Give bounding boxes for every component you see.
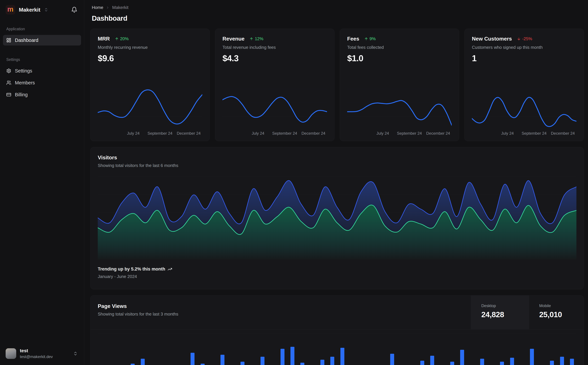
sidebar-item-billing[interactable]: Billing	[3, 89, 81, 100]
sparkline-chart	[222, 87, 327, 130]
data-line	[222, 97, 327, 122]
tab-mobile[interactable]: Mobile 25,010	[529, 295, 584, 329]
bar	[191, 353, 194, 365]
stat-description: Customers who signed up this month	[472, 45, 576, 50]
bar	[330, 357, 334, 365]
tab-mobile-value: 25,010	[539, 310, 584, 319]
avatar	[6, 348, 16, 359]
arrow-up-icon	[115, 37, 119, 41]
bar	[510, 358, 514, 365]
sparkline-wrap: July 24September 24December 24	[222, 87, 327, 137]
logo-m: m	[7, 6, 14, 13]
stat-description: Total fees collected	[347, 45, 452, 50]
sidebar-item-settings[interactable]: Settings	[3, 65, 81, 76]
x-axis-label: July 24	[376, 131, 389, 136]
bar	[430, 356, 434, 365]
x-axis-label: July 24	[252, 131, 264, 136]
page-views-title: Page Views	[98, 303, 463, 309]
visitors-title: Visitors	[98, 154, 576, 161]
x-axis-label: December 24	[177, 131, 201, 136]
page-title: Dashboard	[92, 14, 584, 22]
sparkline-x-labels: July 24September 24December 24	[472, 131, 576, 137]
data-line	[98, 90, 202, 124]
visitors-trend-text: Trending up by 5.2% this month	[98, 267, 165, 272]
bar	[291, 347, 294, 365]
sidebar-item-label: Dashboard	[15, 38, 38, 43]
sidebar-item-dashboard[interactable]: Dashboard	[3, 35, 81, 45]
bar	[560, 357, 564, 365]
visitors-card: Visitors Showing total visitors for the …	[90, 147, 584, 289]
user-meta: test test@makerkit.dev	[20, 348, 53, 359]
arrow-up-icon	[249, 37, 253, 41]
tab-desktop-value: 24,828	[481, 310, 529, 319]
sidebar-item-label: Settings	[15, 68, 32, 74]
x-axis-label: December 24	[426, 131, 450, 136]
bar	[530, 349, 534, 365]
user-name: test	[20, 348, 53, 353]
nav-section-settings: Settings Settings Members Billing	[3, 57, 81, 101]
nav-section-application: Application Dashboard	[3, 27, 81, 47]
page-views-subtitle: Showing total visitors for the last 3 mo…	[98, 312, 463, 317]
stat-delta-badge: -25%	[517, 36, 532, 41]
bar	[570, 359, 574, 365]
stat-title: New Customers	[472, 36, 512, 42]
stat-title: Fees	[347, 36, 359, 42]
workspace-header: m Makerkit	[0, 0, 84, 14]
makerkit-logo[interactable]: m	[6, 5, 15, 14]
sidebar: m Makerkit Application Dashboard Setting…	[0, 0, 84, 365]
x-axis-label: July 24	[127, 131, 140, 136]
stat-delta-badge: 12%	[249, 36, 263, 41]
bar	[450, 362, 454, 365]
stat-value: $1.0	[347, 53, 452, 63]
stat-card: New Customers -25% Customers who signed …	[464, 29, 584, 141]
tab-desktop-label: Desktop	[481, 303, 529, 308]
page-views-bar-chart	[98, 330, 576, 365]
stat-value: 1	[472, 53, 576, 63]
stat-description: Monthly recurring revenue	[98, 45, 202, 50]
page-views-header: Page Views Showing total visitors for th…	[90, 295, 584, 330]
tab-desktop[interactable]: Desktop 24,828	[471, 295, 529, 329]
stat-card-header: Fees 9%	[347, 36, 452, 42]
sparkline-wrap: July 24September 24December 24	[347, 87, 452, 137]
nav-section-label: Settings	[3, 57, 81, 62]
trending-up-icon	[167, 267, 172, 272]
page-views-card: Page Views Showing total visitors for th…	[90, 295, 584, 365]
x-axis-label: July 24	[501, 131, 514, 136]
stat-card: MRR 20% Monthly recurring revenue $9.6 J…	[90, 29, 210, 141]
bar	[320, 360, 324, 365]
bar	[261, 357, 264, 365]
user-menu[interactable]: test test@makerkit.dev	[0, 344, 84, 365]
bar	[201, 364, 205, 365]
stat-title: Revenue	[222, 36, 244, 42]
sparkline-chart	[98, 87, 202, 130]
sidebar-item-members[interactable]: Members	[3, 77, 81, 88]
users-icon	[6, 80, 11, 85]
user-email: test@makerkit.dev	[20, 354, 53, 359]
visitors-area-chart	[98, 174, 576, 260]
stat-delta-value: 9%	[369, 36, 376, 41]
stat-card-header: Revenue 12%	[222, 36, 327, 42]
tab-mobile-label: Mobile	[539, 303, 584, 308]
workspace-name[interactable]: Makerkit	[19, 7, 40, 13]
breadcrumb-home-link[interactable]: Home	[92, 5, 103, 10]
bars-container	[98, 330, 576, 365]
makerkit-dashboard: { "colors": { "background": "#121214", "…	[0, 0, 588, 365]
chevrons-up-down-icon[interactable]	[44, 8, 48, 12]
data-line	[472, 97, 576, 126]
stat-title: MRR	[98, 36, 110, 42]
bar	[241, 362, 244, 365]
x-axis-label: September 24	[397, 131, 422, 136]
bar	[141, 359, 145, 365]
sparkline-x-labels: July 24September 24December 24	[347, 131, 452, 137]
breadcrumb: Home Makerkit	[92, 5, 584, 10]
sparkline-wrap: July 24September 24December 24	[98, 87, 202, 137]
bar	[550, 361, 554, 365]
sidebar-nav: Application Dashboard Settings Settings …	[0, 14, 84, 101]
gear-icon	[6, 68, 11, 73]
bar	[390, 354, 394, 365]
sparkline-wrap: July 24September 24December 24	[472, 87, 576, 137]
bar	[480, 359, 484, 365]
data-line	[347, 100, 452, 125]
bell-icon[interactable]	[71, 7, 77, 13]
stat-delta-value: -25%	[522, 36, 532, 41]
